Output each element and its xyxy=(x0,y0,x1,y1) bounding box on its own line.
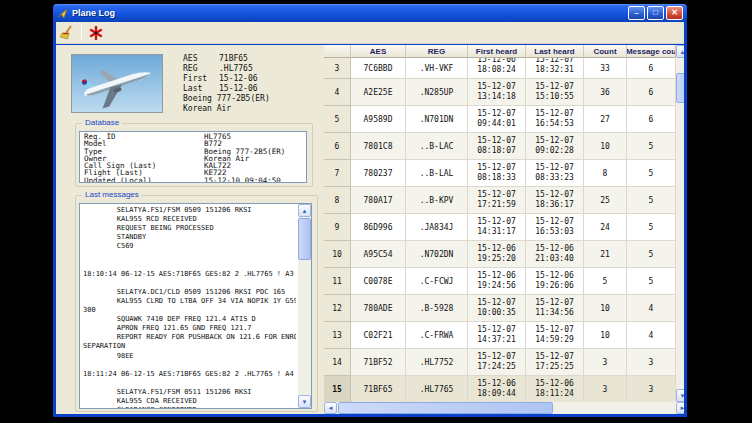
message-count-cell: 5 xyxy=(627,133,676,160)
row-number: 3 xyxy=(324,58,351,79)
first-heard-cell: 15-12-0714:37:21 xyxy=(468,322,526,349)
count-cell: 10 xyxy=(584,295,627,322)
table-row[interactable]: 6 7801C8 ..B-LAC 15-12-0708:18:07 15-12-… xyxy=(324,133,676,160)
aircraft-summary: AES71BF65 REG.HL7765 First15-12-06 Last1… xyxy=(183,54,318,114)
row-number: 11 xyxy=(324,268,351,295)
message-count-cell: 4 xyxy=(627,295,676,322)
flights-table: AES REG First heard Last heard Count Mes… xyxy=(324,45,684,414)
row-number: 7 xyxy=(324,160,351,187)
scroll-up-icon[interactable]: ▲ xyxy=(676,45,684,58)
row-number: 6 xyxy=(324,133,351,160)
aes-cell: 7801C8 xyxy=(351,133,406,160)
first-heard-cell: 15-12-0619:24:56 xyxy=(468,268,526,295)
aes-cell: 7C6BBD xyxy=(351,58,406,79)
header-last-heard[interactable]: Last heard xyxy=(526,45,584,58)
message-count-cell: 6 xyxy=(627,106,676,133)
message-count-cell: 5 xyxy=(627,214,676,241)
row-number: 8 xyxy=(324,187,351,214)
header-aes[interactable]: AES xyxy=(351,45,406,58)
table-horizontal-scrollbar[interactable]: ◄ ► xyxy=(324,402,684,414)
messages-scroll-thumb[interactable] xyxy=(298,218,311,260)
aes-cell: A9589D xyxy=(351,106,406,133)
message-count-cell: 4 xyxy=(627,322,676,349)
maximize-button[interactable]: □ xyxy=(647,6,664,20)
table-row[interactable]: 5 A9589D .N701DN 15-12-0709:44:01 15-12-… xyxy=(324,106,676,133)
first-heard-cell: 15-12-0708:18:33 xyxy=(468,160,526,187)
count-cell: 5 xyxy=(584,268,627,295)
last-heard-cell: 15-12-0716:53:03 xyxy=(526,214,584,241)
table-row[interactable]: 3 7C6BBD .VH-VKF 15-12-0618:08:24 15-12-… xyxy=(324,58,676,79)
message-count-cell: 5 xyxy=(627,268,676,295)
table-row[interactable]: 13 C02F21 .C-FRWA 15-12-0714:37:21 15-12… xyxy=(324,322,676,349)
message-count-cell: 3 xyxy=(627,349,676,376)
scroll-up-icon[interactable]: ▲ xyxy=(298,204,311,217)
summary-value: 15-12-06 xyxy=(219,74,258,84)
last-messages-groupbox: Last messages SELATYA.FS1/FSM 0509 15120… xyxy=(75,195,318,412)
table-vertical-scrollbar[interactable]: ▲ ▼ xyxy=(676,45,684,402)
first-heard-cell: 15-12-0717:21:59 xyxy=(468,187,526,214)
messages-text: SELATYA.FS1/FSM 0509 151206 RKSI KAL955 … xyxy=(83,206,296,408)
aes-cell: 780A17 xyxy=(351,187,406,214)
header-first-heard[interactable]: First heard xyxy=(468,45,526,58)
aes-cell: C0078E xyxy=(351,268,406,295)
clear-button[interactable] xyxy=(56,23,78,43)
database-panel: Reg. IDHL7765 ModelB772 TypeBoeing 777-2… xyxy=(79,131,307,183)
header-message-count[interactable]: Message cou xyxy=(627,45,676,58)
aircraft-photo xyxy=(71,54,163,113)
scroll-left-icon[interactable]: ◄ xyxy=(324,402,337,414)
last-heard-cell: 15-12-0718:36:17 xyxy=(526,187,584,214)
plane-log-window: Plane Log – □ ✕ xyxy=(53,4,687,417)
row-number: 9 xyxy=(324,214,351,241)
row-number: 13 xyxy=(324,322,351,349)
table-row[interactable]: 12 780ADE .B-5928 15-12-0710:00:35 15-12… xyxy=(324,295,676,322)
aes-cell: A2E25E xyxy=(351,79,406,106)
table-row[interactable]: 8 780A17 ..B-KPV 15-12-0717:21:59 15-12-… xyxy=(324,187,676,214)
first-heard-cell: 15-12-0710:00:35 xyxy=(468,295,526,322)
table-row[interactable]: 14 71BF52 .HL7752 15-12-0717:24:25 15-12… xyxy=(324,349,676,376)
table-header: AES REG First heard Last heard Count Mes… xyxy=(324,45,676,58)
delete-button[interactable] xyxy=(85,23,107,43)
row-number: 5 xyxy=(324,106,351,133)
table-row[interactable]: 9 86D996 .JA834J 15-12-0714:31:17 15-12-… xyxy=(324,214,676,241)
reg-cell: .N702DN xyxy=(406,241,468,268)
message-count-cell: 5 xyxy=(627,160,676,187)
aes-cell: 71BF65 xyxy=(351,376,406,402)
header-count[interactable]: Count xyxy=(584,45,627,58)
first-heard-cell: 15-12-0618:09:44 xyxy=(468,376,526,402)
scroll-down-icon[interactable]: ▼ xyxy=(676,389,684,402)
reg-cell: ..B-LAL xyxy=(406,160,468,187)
title-bar[interactable]: Plane Log – □ ✕ xyxy=(53,4,687,22)
first-heard-cell: 15-12-0709:44:01 xyxy=(468,106,526,133)
table-row[interactable]: 10 A95C54 .N702DN 15-12-0619:25:20 15-12… xyxy=(324,241,676,268)
count-cell: 8 xyxy=(584,160,627,187)
reg-cell: .VH-VKF xyxy=(406,58,468,79)
scroll-down-icon[interactable]: ▼ xyxy=(298,395,311,408)
messages-scrollbar[interactable]: ▲ ▼ xyxy=(298,204,311,408)
first-heard-cell: 15-12-0708:18:07 xyxy=(468,133,526,160)
minimize-button[interactable]: – xyxy=(628,6,645,20)
reg-cell: ..B-KPV xyxy=(406,187,468,214)
summary-value: 15-12-06 xyxy=(219,84,258,94)
count-cell: 3 xyxy=(584,376,627,402)
summary-value: .HL7765 xyxy=(219,64,253,74)
count-cell: 3 xyxy=(584,349,627,376)
table-row[interactable]: 7 780237 ..B-LAL 15-12-0708:18:33 15-12-… xyxy=(324,160,676,187)
table-row[interactable]: 11 C0078E .C-FCWJ 15-12-0619:24:56 15-12… xyxy=(324,268,676,295)
reg-cell: .C-FCWJ xyxy=(406,268,468,295)
scroll-right-icon[interactable]: ► xyxy=(676,402,684,414)
last-messages-title: Last messages xyxy=(82,190,142,200)
table-hscroll-thumb[interactable] xyxy=(338,402,553,414)
table-row[interactable]: 4 A2E25E .N285UP 15-12-0713:14:18 15-12-… xyxy=(324,79,676,106)
reg-cell: .N701DN xyxy=(406,106,468,133)
close-button[interactable]: ✕ xyxy=(666,6,683,20)
message-count-cell: 5 xyxy=(627,241,676,268)
table-row-selected[interactable]: 15 71BF65 .HL7765 15-12-0618:09:44 15-12… xyxy=(324,376,676,402)
last-heard-cell: 15-12-0621:03:40 xyxy=(526,241,584,268)
first-heard-cell: 15-12-0717:24:25 xyxy=(468,349,526,376)
messages-textarea[interactable]: SELATYA.FS1/FSM 0509 151206 RKSI KAL955 … xyxy=(79,203,312,409)
header-reg[interactable]: REG xyxy=(406,45,468,58)
reg-cell: .HL7752 xyxy=(406,349,468,376)
header-row-number[interactable] xyxy=(324,45,351,58)
last-heard-cell: 15-12-0714:59:29 xyxy=(526,322,584,349)
table-vscroll-thumb[interactable] xyxy=(676,73,684,103)
